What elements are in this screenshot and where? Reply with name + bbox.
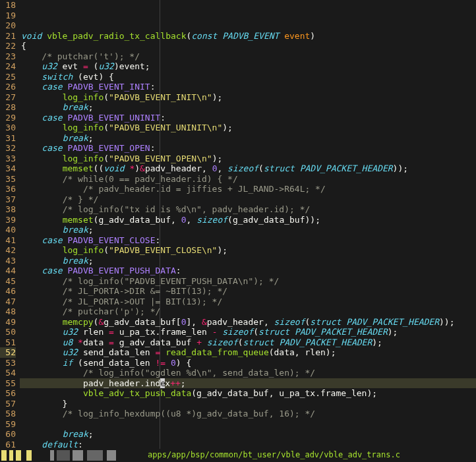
status-pixelated-1 — [1, 450, 47, 461]
line-number: 49 — [0, 317, 16, 328]
code-line[interactable]: { — [21, 41, 476, 51]
code-line[interactable]: case PADVB_EVENT_OPEN: — [21, 143, 476, 154]
line-number: 44 — [0, 266, 16, 276]
code-line[interactable]: /* JL_PORTA->OUT |= BIT(13); */ — [21, 297, 476, 307]
code-line[interactable]: log_info("PADVB_EVENT_INIT\n"); — [21, 92, 476, 103]
line-number: 24 — [0, 61, 16, 72]
line-number: 36 — [0, 184, 16, 194]
line-number: 18 — [0, 0, 16, 11]
code-line[interactable]: /* } */ — [21, 194, 476, 205]
line-number: 57 — [0, 399, 16, 409]
code-line[interactable]: break; — [21, 133, 476, 144]
line-number: 22 — [0, 41, 16, 51]
code-line[interactable]: /* putchar('p'); */ — [21, 306, 476, 317]
code-editor[interactable]: 1819202122232425262728293031323334353637… — [0, 0, 476, 449]
code-line[interactable]: default: — [21, 440, 476, 449]
code-line[interactable]: case PADVB_EVENT_UNINIT: — [21, 113, 476, 123]
line-number-gutter: 1819202122232425262728293031323334353637… — [0, 0, 20, 449]
line-number: 25 — [0, 72, 16, 82]
code-line[interactable]: break; — [21, 429, 476, 440]
code-area[interactable]: void vble_padv_radio_tx_callback(const P… — [20, 0, 476, 449]
code-line[interactable]: switch (evt) { — [21, 72, 476, 82]
code-line[interactable]: /* while(0 == padv_header.id) { */ — [21, 174, 476, 185]
line-number: 41 — [0, 235, 16, 246]
line-number: 28 — [0, 102, 16, 113]
code-line[interactable]: void vble_padv_radio_tx_callback(const P… — [21, 31, 476, 42]
code-line[interactable]: /* padv_header.id = jiffies + JL_RAND->R… — [21, 184, 476, 194]
line-number: 61 — [0, 440, 16, 449]
line-number: 34 — [0, 163, 16, 174]
line-number: 19 — [0, 11, 16, 21]
line-number: 47 — [0, 297, 16, 307]
line-number: 20 — [0, 20, 16, 31]
line-number: 46 — [0, 286, 16, 297]
line-number: 60 — [0, 429, 16, 440]
line-number: 35 — [0, 174, 16, 185]
code-line[interactable] — [21, 419, 476, 430]
line-number: 53 — [0, 358, 16, 368]
line-number: 29 — [0, 113, 16, 123]
line-number: 27 — [0, 92, 16, 103]
code-line[interactable]: u32 rlen = u_pa_tx.frame_len - sizeof(st… — [21, 327, 476, 337]
line-number: 39 — [0, 215, 16, 225]
status-pixelated-2 — [50, 450, 142, 461]
code-line[interactable]: /* log_info("ogdlen %d\n", send_data_len… — [21, 368, 476, 378]
code-line[interactable]: log_info("PADVB_EVENT_UNINIT\n"); — [21, 123, 476, 133]
code-line[interactable]: memset((void *)&padv_header, 0, sizeof(s… — [21, 163, 476, 174]
line-number: 31 — [0, 133, 16, 144]
code-line[interactable]: padv_header.index++; — [21, 378, 476, 389]
code-line[interactable]: if (send_data_len != 0) { — [21, 358, 476, 368]
code-line[interactable]: case PADVB_EVENT_INIT: — [21, 82, 476, 92]
file-path: apps/app/bsp/common/bt_user/vble_adv/vbl… — [148, 450, 400, 461]
code-line[interactable]: /* log_info("tx id is %d\n", padv_header… — [21, 204, 476, 215]
code-line[interactable]: break; — [21, 102, 476, 113]
line-number: 59 — [0, 419, 16, 430]
line-number: 37 — [0, 194, 16, 205]
line-number: 30 — [0, 123, 16, 133]
line-number: 43 — [0, 256, 16, 266]
code-line[interactable]: u8 *data = g_adv_data_buf + sizeof(struc… — [21, 337, 476, 348]
code-line[interactable]: vble_adv_tx_push_data(g_adv_data_buf, u_… — [21, 388, 476, 399]
line-number: 45 — [0, 276, 16, 287]
line-number: 38 — [0, 204, 16, 215]
code-line[interactable]: /* log_info("PADVB_EVENT_PUSH_DATA\n"); … — [21, 276, 476, 287]
line-number: 26 — [0, 82, 16, 92]
code-line[interactable]: break; — [21, 256, 476, 266]
code-line[interactable]: memcpy(&g_adv_data_buf[0], &padv_header,… — [21, 317, 476, 328]
code-line[interactable]: case PADVB_EVENT_CLOSE: — [21, 235, 476, 246]
line-number: 48 — [0, 306, 16, 317]
line-number: 55 — [0, 378, 16, 389]
line-number: 40 — [0, 225, 16, 235]
code-line[interactable]: /* putchar('t'); */ — [21, 51, 476, 62]
line-number: 56 — [0, 388, 16, 399]
statusbar: apps/app/bsp/common/bt_user/vble_adv/vbl… — [0, 449, 476, 462]
code-line[interactable]: case PADVB_EVENT_PUSH_DATA: — [21, 266, 476, 276]
code-line[interactable]: } — [21, 399, 476, 409]
code-line[interactable]: log_info("PADVB_EVENT_CLOSE\n"); — [21, 245, 476, 256]
line-number: 33 — [0, 154, 16, 164]
code-line[interactable]: u32 evt = (u32)event; — [21, 61, 476, 72]
code-line[interactable]: /* log_info_hexdump((u8 *)g_adv_data_buf… — [21, 409, 476, 419]
code-line[interactable]: u32 send_data_len = read_data_from_queue… — [21, 347, 476, 358]
line-number: 32 — [0, 143, 16, 154]
line-number: 42 — [0, 245, 16, 256]
status-left — [0, 449, 142, 462]
line-number: 51 — [0, 337, 16, 348]
line-number: 23 — [0, 51, 16, 62]
line-number: 52 — [0, 347, 16, 358]
line-number: 54 — [0, 368, 16, 378]
code-line[interactable]: /* JL_PORTA->DIR &= ~BIT(13); */ — [21, 286, 476, 297]
code-line[interactable]: memset(g_adv_data_buf, 0, sizeof(g_adv_d… — [21, 215, 476, 225]
code-line[interactable]: break; — [21, 225, 476, 235]
line-number: 58 — [0, 409, 16, 419]
line-number: 21 — [0, 31, 16, 42]
line-number: 50 — [0, 327, 16, 337]
code-line[interactable]: log_info("PADVB_EVENT_OPEN\n"); — [21, 154, 476, 164]
